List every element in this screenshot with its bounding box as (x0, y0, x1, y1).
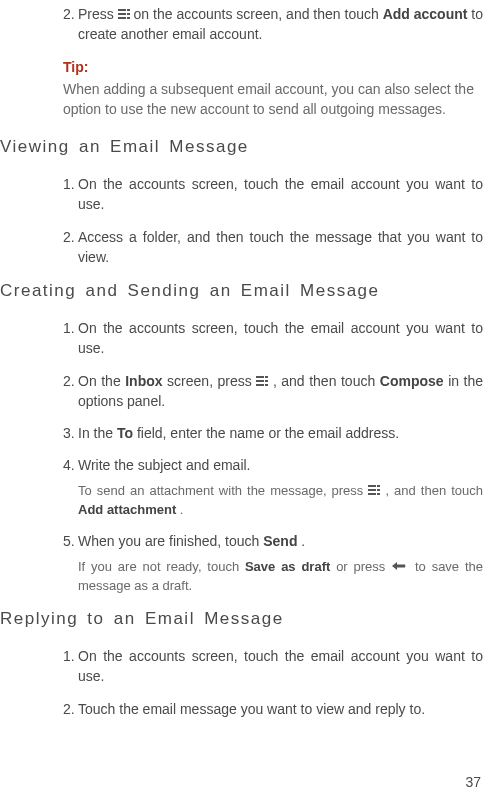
t: When you are finished, touch (78, 533, 263, 549)
heading-replying: Replying to an Email Message (0, 607, 483, 632)
svg-rect-6 (256, 376, 264, 378)
replying-step-2: 2. Touch the email message you want to v… (0, 699, 483, 719)
bold-compose: Compose (380, 373, 444, 389)
t: In the (78, 425, 117, 441)
svg-rect-13 (377, 485, 380, 487)
bold-add-account: Add account (383, 6, 468, 22)
svg-rect-1 (127, 9, 130, 11)
menu-icon (256, 375, 268, 387)
step-add-account: 2. Press on the accounts screen, and the… (0, 4, 483, 45)
bold-add-attachment: Add attachment (78, 502, 176, 517)
step-number: 4. (63, 455, 75, 475)
step-number: 3. (63, 423, 75, 443)
replying-steps: 1. On the accounts screen, touch the ema… (0, 646, 483, 719)
viewing-steps: 1. On the accounts screen, touch the ema… (0, 174, 483, 267)
t: screen, press (167, 373, 256, 389)
step-5-note: If you are not ready, touch Save as draf… (78, 558, 483, 596)
svg-rect-16 (368, 493, 376, 495)
svg-rect-9 (265, 380, 268, 382)
step-number: 1. (63, 646, 75, 666)
step-text: On the accounts screen, touch the email … (78, 648, 483, 684)
creating-steps: 1. On the accounts screen, touch the ema… (0, 318, 483, 595)
bold-to: To (117, 425, 133, 441)
step-text: On the accounts screen, touch the email … (78, 176, 483, 212)
back-icon (391, 561, 409, 571)
creating-step-4: 4. Write the subject and email. To send … (0, 455, 483, 519)
t: . (301, 533, 305, 549)
step-text: Access a folder, and then touch the mess… (78, 229, 483, 265)
bold-save-draft: Save as draft (245, 559, 330, 574)
t: On the (78, 373, 125, 389)
menu-icon (118, 8, 130, 20)
page-number: 37 (465, 772, 481, 792)
creating-step-1: 1. On the accounts screen, touch the ema… (0, 318, 483, 359)
svg-rect-7 (265, 376, 268, 378)
step-number: 2. (63, 371, 75, 391)
top-steps: 2. Press on the accounts screen, and the… (0, 4, 483, 45)
step-text: On the accounts screen, touch the email … (78, 320, 483, 356)
step-number: 2. (63, 227, 75, 247)
svg-rect-2 (118, 13, 126, 15)
svg-rect-14 (368, 489, 376, 491)
svg-rect-8 (256, 380, 264, 382)
step-text: Touch the email message you want to view… (78, 701, 425, 717)
viewing-step-1: 1. On the accounts screen, touch the ema… (0, 174, 483, 215)
step-text-mid: on the accounts screen, and then touch (134, 6, 383, 22)
t: or press (336, 559, 391, 574)
creating-step-3: 3. In the To field, enter the name or th… (0, 423, 483, 443)
svg-rect-10 (256, 384, 264, 386)
t: To send an attachment with the message, … (78, 483, 368, 498)
t: field, enter the name or the email addre… (137, 425, 399, 441)
t: , and then touch (273, 373, 380, 389)
svg-rect-11 (265, 384, 268, 386)
svg-rect-0 (118, 9, 126, 11)
heading-viewing: Viewing an Email Message (0, 135, 483, 160)
creating-step-2: 2. On the Inbox screen, press , and then… (0, 371, 483, 412)
svg-rect-17 (377, 493, 380, 495)
t: . (180, 502, 184, 517)
step-text: Write the subject and email. (78, 457, 251, 473)
viewing-step-2: 2. Access a folder, and then touch the m… (0, 227, 483, 268)
tip-block: Tip: When adding a subsequent email acco… (0, 57, 483, 120)
t: If you are not ready, touch (78, 559, 245, 574)
bold-send: Send (263, 533, 297, 549)
menu-icon (368, 484, 380, 496)
svg-rect-15 (377, 489, 380, 491)
step-number: 1. (63, 174, 75, 194)
bold-inbox: Inbox (125, 373, 162, 389)
step-number: 2. (63, 4, 75, 24)
heading-creating: Creating and Sending an Email Message (0, 279, 483, 304)
step-number: 2. (63, 699, 75, 719)
step-text-pre: Press (78, 6, 118, 22)
t: , and then touch (385, 483, 483, 498)
step-number: 5. (63, 531, 75, 551)
tip-heading: Tip: (63, 57, 483, 77)
svg-rect-4 (118, 17, 126, 19)
manual-page: 2. Press on the accounts screen, and the… (0, 4, 501, 798)
svg-rect-5 (127, 17, 130, 19)
svg-rect-12 (368, 485, 376, 487)
tip-body: When adding a subsequent email account, … (63, 79, 483, 120)
svg-rect-3 (127, 13, 130, 15)
step-number: 1. (63, 318, 75, 338)
creating-step-5: 5. When you are finished, touch Send . I… (0, 531, 483, 595)
replying-step-1: 1. On the accounts screen, touch the ema… (0, 646, 483, 687)
step-4-note: To send an attachment with the message, … (78, 482, 483, 520)
